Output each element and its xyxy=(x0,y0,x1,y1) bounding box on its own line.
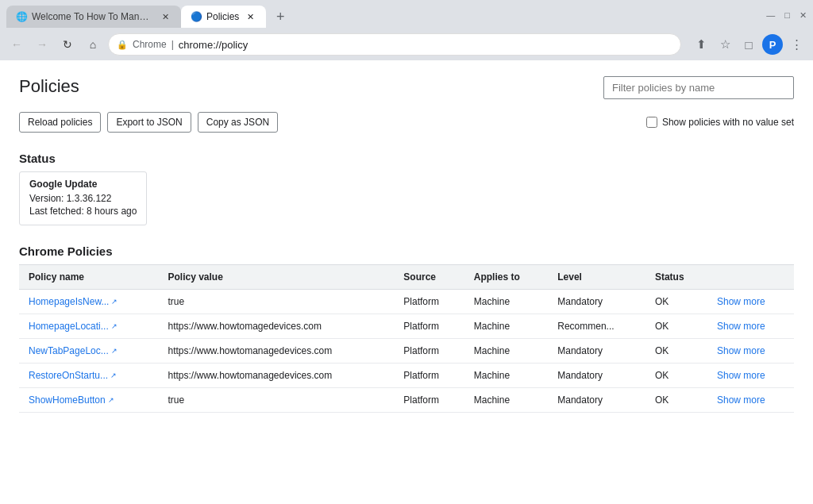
tab-welcome[interactable]: 🌐 Welcome To How To Manage De... ✕ xyxy=(6,6,181,28)
no-value-label[interactable]: Show policies with no value set xyxy=(662,117,794,128)
tab-title-policies: Policies xyxy=(206,11,239,22)
cell-action-3: Show more xyxy=(707,364,794,388)
tab-favicon-policies: 🔵 xyxy=(191,11,202,22)
close-button[interactable]: ✕ xyxy=(800,10,807,21)
policies-table: Policy name Policy value Source Applies … xyxy=(19,264,794,413)
col-applies-to: Applies to xyxy=(464,265,549,290)
new-tab-button[interactable]: + xyxy=(269,6,291,28)
table-row: HomepageLocati... ↗ https://www.howtomag… xyxy=(19,314,794,339)
cell-status-0: OK xyxy=(645,290,707,314)
profile-button[interactable]: P xyxy=(762,34,783,55)
tab-bar: 🌐 Welcome To How To Manage De... ✕ 🔵 Pol… xyxy=(6,6,291,28)
cell-policy-value-1: https://www.howtomagedevices.com xyxy=(158,314,394,339)
show-more-link-4[interactable]: Show more xyxy=(717,394,765,406)
show-more-link-0[interactable]: Show more xyxy=(717,296,765,307)
cell-action-0: Show more xyxy=(707,290,794,314)
no-value-check-container: Show policies with no value set xyxy=(646,117,794,128)
menu-button[interactable]: ⋮ xyxy=(786,34,807,55)
cell-level-2: Mandatory xyxy=(548,339,645,364)
minimize-button[interactable]: — xyxy=(766,10,775,20)
external-link-icon-1: ↗ xyxy=(111,322,118,330)
address-bar[interactable]: 🔒 Chrome | chrome://policy xyxy=(108,33,681,56)
tab-policies[interactable]: 🔵 Policies ✕ xyxy=(181,6,266,28)
chrome-policies-title: Chrome Policies xyxy=(19,244,794,258)
status-section-title: Status xyxy=(19,152,794,165)
external-link-icon-4: ↗ xyxy=(108,396,114,404)
policy-name-link-4[interactable]: ShowHomeButton ↗ xyxy=(29,394,148,406)
bookmark-button[interactable]: ☆ xyxy=(715,34,735,55)
page-header: Policies xyxy=(19,76,794,99)
back-button[interactable]: ← xyxy=(6,34,27,55)
cell-policy-name-3: RestoreOnStartu... ↗ xyxy=(19,364,158,388)
chrome-policies-section: Chrome Policies Policy name Policy value… xyxy=(19,244,794,413)
tab-close-policies[interactable]: ✕ xyxy=(244,10,256,23)
policy-name-link-2[interactable]: NewTabPageLoc... ↗ xyxy=(29,345,148,356)
external-link-icon-3: ↗ xyxy=(110,371,117,379)
page-title: Policies xyxy=(19,76,79,97)
actions-row: Reload policies Export to JSON Copy as J… xyxy=(19,112,794,133)
maximize-button[interactable]: □ xyxy=(784,10,790,20)
cell-status-4: OK xyxy=(645,388,707,413)
home-button[interactable]: ⌂ xyxy=(83,34,103,55)
no-value-checkbox[interactable] xyxy=(646,117,657,128)
cell-policy-value-2: https://www.howtomanagedevices.com xyxy=(158,339,394,364)
show-more-link-3[interactable]: Show more xyxy=(717,370,765,381)
reload-policies-button[interactable]: Reload policies xyxy=(19,112,101,133)
extensions-button[interactable]: □ xyxy=(738,34,759,55)
cell-policy-value-0: true xyxy=(158,290,394,314)
cell-action-2: Show more xyxy=(707,339,794,364)
window-controls: — □ ✕ xyxy=(766,10,807,24)
cell-policy-name-2: NewTabPageLoc... ↗ xyxy=(19,339,158,364)
filter-input[interactable] xyxy=(603,76,794,99)
cell-applies-to-4: Machine xyxy=(464,388,549,413)
cell-status-2: OK xyxy=(645,339,707,364)
status-section: Status Google Update Version: 1.3.36.122… xyxy=(19,152,794,225)
cell-source-4: Platform xyxy=(394,388,464,413)
col-status: Status xyxy=(645,265,707,290)
cell-status-1: OK xyxy=(645,314,707,339)
chrome-label: Chrome xyxy=(133,39,167,50)
table-row: RestoreOnStartu... ↗ https://www.howtoma… xyxy=(19,364,794,388)
cell-status-3: OK xyxy=(645,364,707,388)
status-box-fetched: Last fetched: 8 hours ago xyxy=(29,206,137,217)
show-more-link-1[interactable]: Show more xyxy=(717,321,765,332)
cell-applies-to-3: Machine xyxy=(464,364,549,388)
cell-applies-to-2: Machine xyxy=(464,339,549,364)
col-actions xyxy=(707,265,794,290)
toolbar-right: ⬆ ☆ □ P ⋮ xyxy=(691,34,807,55)
reload-button[interactable]: ↻ xyxy=(57,34,78,55)
share-button[interactable]: ⬆ xyxy=(691,34,711,55)
cell-level-1: Recommen... xyxy=(548,314,645,339)
policy-name-link-0[interactable]: HomepageIsNew... ↗ xyxy=(29,296,148,307)
cell-policy-value-4: true xyxy=(158,388,394,413)
table-row: HomepageIsNew... ↗ true Platform Machine… xyxy=(19,290,794,314)
cell-policy-name-1: HomepageLocati... ↗ xyxy=(19,314,158,339)
export-json-button[interactable]: Export to JSON xyxy=(107,112,191,133)
cell-action-1: Show more xyxy=(707,314,794,339)
cell-level-4: Mandatory xyxy=(548,388,645,413)
tab-title-welcome: Welcome To How To Manage De... xyxy=(32,11,154,22)
table-header-row: Policy name Policy value Source Applies … xyxy=(19,265,794,290)
status-box-name: Google Update xyxy=(29,179,137,190)
cell-source-3: Platform xyxy=(394,364,464,388)
policy-name-link-1[interactable]: HomepageLocati... ↗ xyxy=(29,321,148,332)
tab-favicon-welcome: 🌐 xyxy=(16,11,27,22)
tab-close-welcome[interactable]: ✕ xyxy=(159,10,171,23)
copy-json-button[interactable]: Copy as JSON xyxy=(198,112,278,133)
col-policy-name: Policy name xyxy=(19,265,158,290)
cell-source-2: Platform xyxy=(394,339,464,364)
cell-source-0: Platform xyxy=(394,290,464,314)
policy-name-link-3[interactable]: RestoreOnStartu... ↗ xyxy=(29,370,148,381)
cell-applies-to-1: Machine xyxy=(464,314,549,339)
cell-level-3: Mandatory xyxy=(548,364,645,388)
cell-policy-name-4: ShowHomeButton ↗ xyxy=(19,388,158,413)
status-box-version: Version: 1.3.36.122 xyxy=(29,193,137,204)
title-bar: 🌐 Welcome To How To Manage De... ✕ 🔵 Pol… xyxy=(0,0,813,29)
forward-button[interactable]: → xyxy=(32,34,52,55)
col-source: Source xyxy=(394,265,464,290)
cell-source-1: Platform xyxy=(394,314,464,339)
cell-level-0: Mandatory xyxy=(548,290,645,314)
external-link-icon-0: ↗ xyxy=(111,298,118,306)
show-more-link-2[interactable]: Show more xyxy=(717,345,765,356)
browser-chrome: 🌐 Welcome To How To Manage De... ✕ 🔵 Pol… xyxy=(0,0,813,60)
